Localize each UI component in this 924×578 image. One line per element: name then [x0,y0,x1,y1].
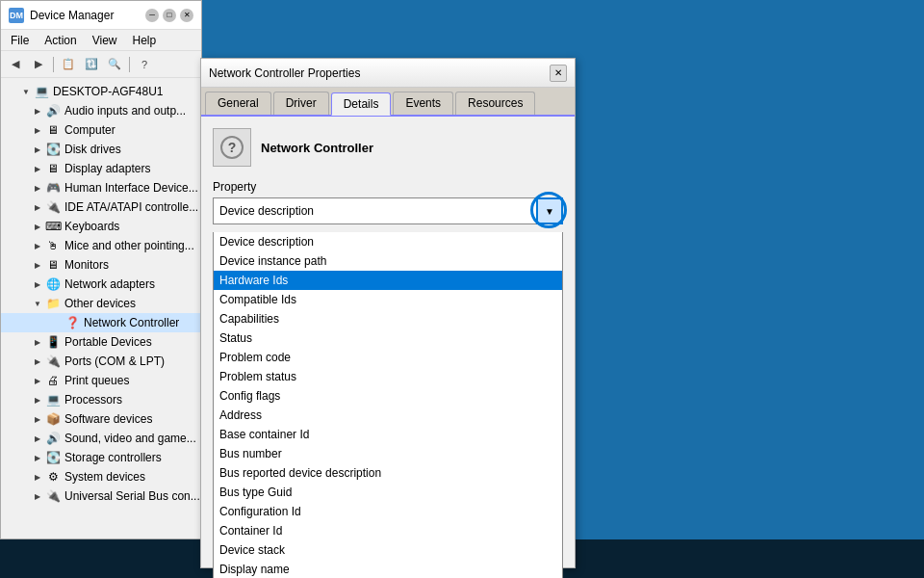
hid-icon: 🎮 [45,180,61,196]
sound-label: Sound, video and game... [64,432,196,445]
option-bus-reported[interactable]: Bus reported device description [214,463,562,483]
dropdown-selected-text: Device description [219,204,314,218]
option-address[interactable]: Address [214,406,562,425]
tree-item-other-devices[interactable]: ▼ 📁 Other devices [1,294,201,313]
menu-view[interactable]: View [87,32,123,49]
ide-icon: 🔌 [45,199,61,215]
expand-other-devices: ▼ [32,298,43,309]
window-controls: ─ □ ✕ [145,9,193,22]
option-bus-type-guid[interactable]: Bus type Guid [214,483,562,502]
expand-keyboards: ▶ [32,221,43,232]
audio-label: Audio inputs and outp... [64,104,186,118]
tree-item-monitors[interactable]: ▶ 🖥 Monitors [1,255,201,275]
option-config-flags[interactable]: Config flags [214,386,562,406]
properties-button[interactable]: 📋 [58,54,79,75]
option-problem-status[interactable]: Problem status [214,367,562,386]
dropdown-display[interactable]: Device description [213,197,563,224]
menu-help[interactable]: Help [127,32,163,49]
option-bus-number[interactable]: Bus number [214,444,562,463]
property-label: Property [213,180,563,194]
display-icon: 🖥 [45,161,61,176]
dialog-title: Network Controller Properties [209,66,550,80]
sound-icon: 🔊 [45,431,61,446]
main-title-bar: DM Device Manager ─ □ ✕ [1,1,201,30]
dialog-tabs: General Driver Details Events Resources [201,88,575,117]
menu-bar: File Action View Help [1,30,201,51]
tab-general[interactable]: General [205,92,271,115]
portable-icon: 📱 [45,334,61,350]
processors-label: Processors [64,393,122,407]
option-problem-code[interactable]: Problem code [214,348,562,367]
close-button[interactable]: ✕ [180,9,193,22]
tree-item-portable[interactable]: ▶ 📱 Portable Devices [1,332,201,352]
storage-label: Storage controllers [64,451,162,464]
option-device-instance-path[interactable]: Device instance path [214,251,562,271]
option-compatible-ids[interactable]: Compatible Ids [214,290,562,309]
tree-item-hid[interactable]: ▶ 🎮 Human Interface Device... [1,178,201,197]
forward-button[interactable]: ▶ [28,54,49,75]
minimize-button[interactable]: ─ [145,9,159,22]
dropdown-arrow-button[interactable]: ▼ [536,197,563,224]
expand-computer: ▶ [32,124,43,136]
tree-item-keyboards[interactable]: ▶ ⌨ Keyboards [1,217,201,236]
back-button[interactable]: ◀ [5,54,26,75]
tree-item-software[interactable]: ▶ 📦 Software devices [1,409,201,429]
tree-item-computer[interactable]: ▶ 🖥 Computer [1,120,201,140]
software-label: Software devices [64,412,152,426]
computer-node-icon: 🖥 [45,122,61,138]
expand-usb: ▶ [32,490,43,502]
network-adapters-label: Network adapters [64,277,155,291]
print-label: Print queues [64,374,129,387]
tree-item-system[interactable]: ▶ ⚙ System devices [1,467,201,486]
tree-item-root[interactable]: ▼ 💻 DESKTOP-AGF48U1 [1,82,201,101]
tab-events[interactable]: Events [393,92,453,115]
tree-item-ports[interactable]: ▶ 🔌 Ports (COM & LPT) [1,352,201,371]
tree-item-audio[interactable]: ▶ 🔊 Audio inputs and outp... [1,101,201,120]
device-icon: ? [213,128,251,167]
option-device-stack[interactable]: Device stack [214,540,562,560]
option-base-container-id[interactable]: Base container Id [214,425,562,444]
computer-icon: 💻 [34,84,49,99]
tree-item-ide[interactable]: ▶ 🔌 IDE ATA/ATAPI controlle... [1,197,201,217]
tree-item-storage[interactable]: ▶ 💽 Storage controllers [1,448,201,467]
tree-item-print[interactable]: ▶ 🖨 Print queues [1,371,201,390]
option-capabilities[interactable]: Capabilities [214,309,562,328]
option-status[interactable]: Status [214,328,562,348]
tab-details[interactable]: Details [331,92,392,116]
tree-item-network-adapters[interactable]: ▶ 🌐 Network adapters [1,275,201,294]
menu-action[interactable]: Action [38,32,82,49]
tree-item-sound[interactable]: ▶ 🔊 Sound, video and game... [1,429,201,448]
tree-item-disk[interactable]: ▶ 💽 Disk drives [1,140,201,159]
dialog-details-content: ? Network Controller Property Device des… [201,117,575,578]
toolbar-separator-1 [53,57,54,72]
maximize-button[interactable]: □ [163,9,176,22]
property-dropdown-list[interactable]: Device description Device instance path … [213,232,563,578]
network-adapters-icon: 🌐 [45,276,61,292]
tab-driver[interactable]: Driver [273,92,329,115]
hid-label: Human Interface Device... [64,181,198,195]
option-hardware-ids[interactable]: Hardware Ids [214,271,562,290]
portable-label: Portable Devices [64,335,152,349]
tree-item-display[interactable]: ▶ 🖥 Display adapters [1,159,201,178]
option-display-name[interactable]: Display name [214,560,562,578]
property-dropdown-container: Device description ▼ [213,197,563,224]
option-configuration-id[interactable]: Configuration Id [214,502,562,521]
expand-hid: ▶ [32,182,43,194]
dialog-close-button[interactable]: ✕ [550,65,567,82]
mice-label: Mice and other pointing... [64,239,194,252]
option-device-description[interactable]: Device description [214,232,562,251]
tree-item-processors[interactable]: ▶ 💻 Processors [1,390,201,409]
expand-portable: ▶ [32,336,43,348]
expand-audio: ▶ [32,105,43,117]
menu-file[interactable]: File [5,32,35,49]
device-name: Network Controller [261,141,373,155]
tab-resources[interactable]: Resources [455,92,535,115]
tree-item-network-controller[interactable]: ❓ Network Controller [1,313,201,332]
tree-item-usb[interactable]: ▶ 🔌 Universal Serial Bus con... [1,486,201,506]
help-button[interactable]: ? [134,54,155,75]
update-driver-button[interactable]: 🔃 [81,54,102,75]
tree-item-mice[interactable]: ▶ 🖱 Mice and other pointing... [1,236,201,255]
expand-ide: ▶ [32,201,43,213]
option-container-id[interactable]: Container Id [214,521,562,540]
scan-button[interactable]: 🔍 [104,54,125,75]
